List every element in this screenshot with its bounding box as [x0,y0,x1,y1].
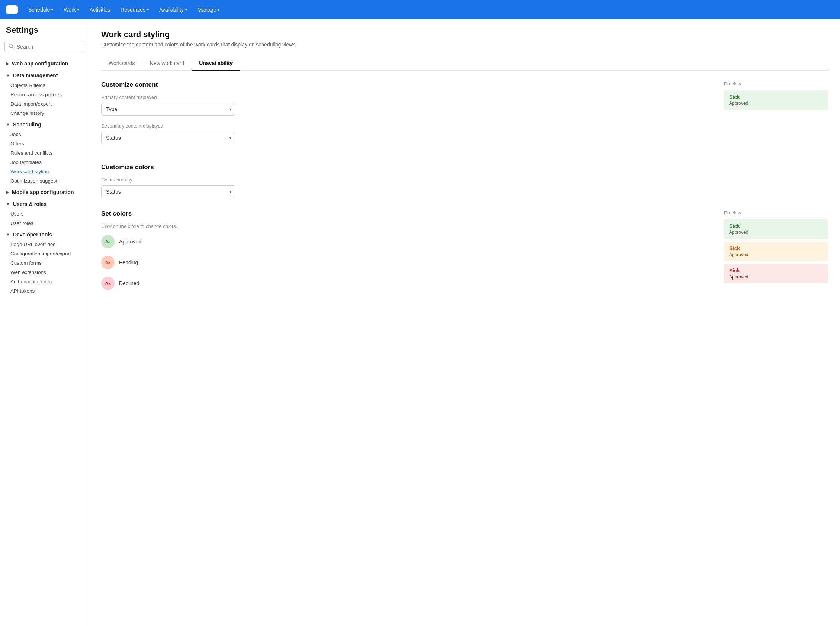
section-header-scheduling[interactable]: ▼ Scheduling [0,119,89,130]
color-name-pending: Pending [119,260,138,265]
customize-content-section: Customize content Primary content displa… [101,81,828,152]
mobile-app-config-arrow-icon: ▶ [6,190,9,195]
primary-content-select[interactable]: Type Status Job ID None [101,103,235,116]
nav-resources[interactable]: Resources ▾ [116,5,153,15]
sidebar-item-jobs[interactable]: Jobs [0,130,89,139]
sidebar: Settings ▶ Web app configuration [0,19,89,626]
customize-content-left: Customize content Primary content displa… [101,81,709,152]
tab-new-work-card[interactable]: New work card [143,56,192,70]
search-input[interactable] [17,44,80,50]
search-container [0,41,89,58]
nav-schedule[interactable]: Schedule ▾ [24,5,58,15]
nav-activities[interactable]: Activities [85,5,115,15]
page-title: Work card styling [101,30,828,39]
sidebar-item-optimization-suggest[interactable]: Optimization suggest [0,176,89,186]
content-preview-primary: Sick [729,94,823,100]
sidebar-item-page-url-overrides[interactable]: Page URL overrides [0,240,89,249]
primary-content-select-wrapper: Type Status Job ID None ▾ [101,103,235,116]
tab-work-cards[interactable]: Work cards [101,56,143,70]
tab-unavailability[interactable]: Unavailability [192,56,240,70]
customize-content-layout: Customize content Primary content displa… [101,81,828,152]
section-header-developer-tools[interactable]: ▼ Developer tools [0,229,89,240]
color-circle-pending[interactable]: Aa [101,256,115,269]
sidebar-item-change-history[interactable]: Change history [0,108,89,118]
svg-rect-1 [7,10,13,13]
section-users-roles: ▼ Users & roles Users User roles [0,199,89,228]
sidebar-item-web-extensions[interactable]: Web extensions [0,268,89,277]
section-mobile-app-config: ▶ Mobile app configuration [0,187,89,197]
color-circle-declined[interactable]: Aa [101,277,115,290]
users-roles-arrow-icon: ▼ [6,202,10,206]
schedule-chevron-icon: ▾ [51,8,53,12]
preview-card-approved: Sick Approved [724,219,828,239]
set-colors-title: Set colors [101,210,709,218]
resources-chevron-icon: ▾ [147,8,149,12]
color-by-select[interactable]: Status Type None [101,186,235,198]
preview-pending-primary: Sick [729,245,823,251]
svg-rect-0 [7,6,17,9]
sidebar-item-objects-fields[interactable]: Objects & fields [0,81,89,90]
developer-tools-items: Page URL overrides Configuration import/… [0,240,89,296]
app-logo[interactable] [6,5,18,14]
nav-manage[interactable]: Manage ▾ [193,5,225,15]
content-preview-label: Preview [724,81,828,87]
secondary-content-select-wrapper: Status Type Job ID None ▾ [101,131,235,144]
set-colors-left: Set colors Click on the circle to change… [101,210,709,297]
section-data-management: ▼ Data management Objects & fields Recor… [0,70,89,118]
preview-approved-secondary: Approved [729,230,823,235]
tab-bar: Work cards New work card Unavailability [101,56,828,70]
color-circle-approved[interactable]: Aa [101,235,115,248]
color-name-approved: Approved [119,239,141,244]
section-developer-tools: ▼ Developer tools Page URL overrides Con… [0,229,89,296]
data-management-items: Objects & fields Record access policies … [0,81,89,118]
sidebar-item-offers[interactable]: Offers [0,139,89,148]
developer-tools-arrow-icon: ▼ [6,232,10,237]
sidebar-item-custom-forms[interactable]: Custom forms [0,258,89,268]
web-app-config-arrow-icon: ▶ [6,61,9,66]
section-header-data-management[interactable]: ▼ Data management [0,70,89,81]
top-navigation: Schedule ▾ Work ▾ Activities Resources ▾… [0,0,840,19]
color-name-declined: Declined [119,280,139,286]
secondary-content-label: Secondary content displayed [101,123,709,128]
manage-chevron-icon: ▾ [218,8,220,12]
set-colors-section: Set colors Click on the circle to change… [101,210,828,297]
sidebar-item-job-templates[interactable]: Job templates [0,158,89,167]
sidebar-item-users[interactable]: Users [0,209,89,219]
content-preview-secondary: Approved [729,101,823,106]
color-by-label: Color cards by [101,177,828,183]
work-chevron-icon: ▾ [77,8,79,12]
customize-colors-section: Customize colors Color cards by Status T… [101,164,828,198]
sidebar-item-data-import[interactable]: Data import/export [0,99,89,108]
section-scheduling: ▼ Scheduling Jobs Offers Rules and confl… [0,119,89,186]
customize-content-title: Customize content [101,81,709,88]
preview-declined-secondary: Approved [729,274,823,280]
sidebar-item-record-access[interactable]: Record access policies [0,90,89,99]
users-roles-items: Users User roles [0,209,89,228]
main-layout: Settings ▶ Web app configuration [0,19,840,626]
primary-content-label: Primary content displayed [101,94,709,100]
set-colors-right: Preview Sick Approved Sick Approved Sick… [724,210,828,286]
secondary-content-select[interactable]: Status Type Job ID None [101,131,235,144]
nav-work[interactable]: Work ▾ [59,5,83,15]
scheduling-arrow-icon: ▼ [6,122,10,127]
color-row-approved: Aa Approved [101,235,709,248]
set-colors-preview-label: Preview [724,210,828,216]
sidebar-item-api-tokens[interactable]: API tokens [0,286,89,296]
sidebar-item-config-import-export[interactable]: Configuration import/export [0,249,89,258]
data-management-arrow-icon: ▼ [6,73,10,78]
section-header-users-roles[interactable]: ▼ Users & roles [0,199,89,209]
section-header-mobile-app-config[interactable]: ▶ Mobile app configuration [0,187,89,197]
preview-card-declined: Sick Approved [724,264,828,283]
section-header-web-app-config[interactable]: ▶ Web app configuration [0,58,89,69]
sidebar-item-work-card-styling[interactable]: Work card styling [0,167,89,176]
sidebar-item-rules-conflicts[interactable]: Rules and conflicts [0,148,89,158]
preview-approved-primary: Sick [729,223,823,229]
preview-pending-secondary: Approved [729,252,823,257]
sidebar-item-authentication-info[interactable]: Authentication info [0,277,89,286]
sidebar-item-user-roles[interactable]: User roles [0,219,89,228]
search-icon [9,44,14,50]
main-content: Work card styling Customize the content … [89,19,840,626]
nav-availability[interactable]: Availability ▾ [155,5,192,15]
section-web-app-config: ▶ Web app configuration [0,58,89,69]
page-subtitle: Customize the content and colors of the … [101,42,828,48]
